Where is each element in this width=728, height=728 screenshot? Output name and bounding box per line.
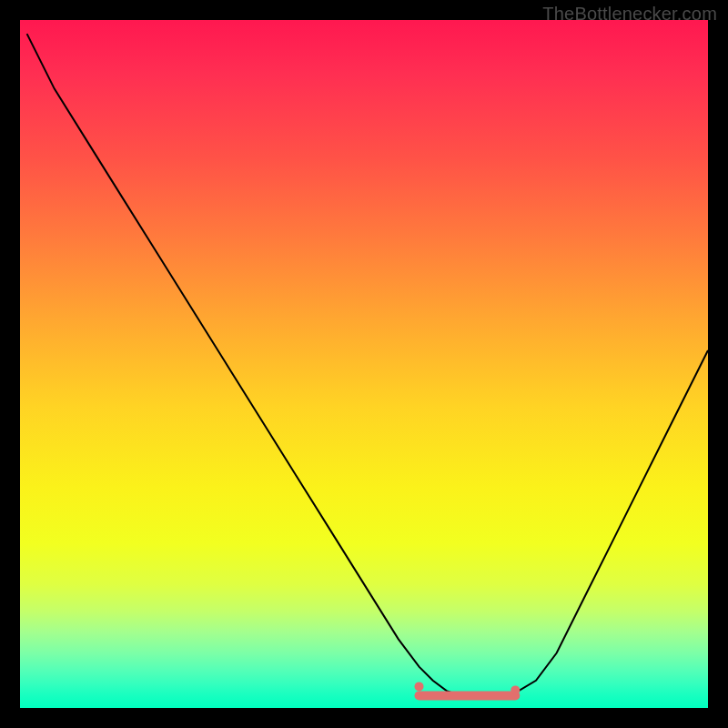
flat-zone-dot-left [415, 682, 424, 691]
curve-layer [20, 20, 708, 708]
chart-frame: TheBottlenecker.com [0, 0, 728, 728]
bottleneck-curve [27, 34, 708, 698]
flat-zone-dot-right [511, 685, 520, 694]
watermark-text: TheBottlenecker.com [542, 4, 717, 25]
plot-area [20, 20, 708, 708]
